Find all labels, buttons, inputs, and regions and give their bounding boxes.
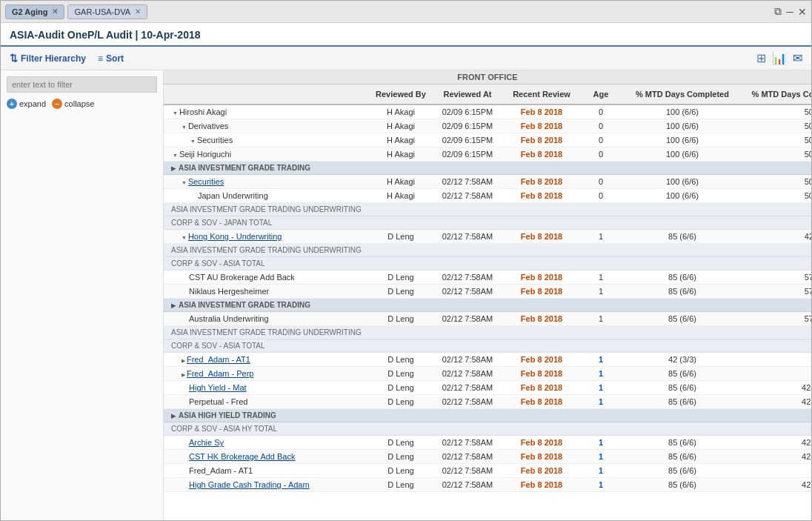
- cell-mtd: 85 (6/6): [623, 367, 742, 380]
- cell-reviewed-by: D Leng: [371, 381, 430, 394]
- tab-bar: G2 Aging ✕ GAR-USA-DVA ✕: [5, 4, 147, 19]
- sub-section-row: CORP & SOV - JAPAN TOTAL: [164, 216, 811, 230]
- sub-section-row: ASIA INVESTMENT GRADE TRADING UNDERWRITI…: [164, 203, 811, 216]
- sort-icon: ≡: [98, 53, 103, 64]
- cell-mtd: 85 (6/6): [623, 450, 742, 463]
- cell-age[interactable]: 1: [579, 367, 623, 380]
- cell-age[interactable]: 1: [579, 395, 623, 408]
- cell-mtd: 100 (6/6): [623, 189, 742, 202]
- cell-recent-review: Feb 8 2018: [505, 395, 579, 408]
- filter-hierarchy-button[interactable]: ⇅ Filter Hierarchy: [10, 53, 86, 64]
- cell-reviewed-at: 02/09 6:15PM: [430, 119, 505, 133]
- tab-garusadva-close[interactable]: ✕: [135, 7, 141, 16]
- col-header-recent-review: Recent Review: [505, 87, 579, 101]
- cell-mtd-ontime: 42 (3/3): [742, 395, 811, 408]
- cell-reviewed-at: 02/09 6:15PM: [430, 105, 505, 119]
- cell-name: Australia Underwriting: [164, 312, 371, 325]
- cell-age[interactable]: 1: [579, 353, 623, 366]
- cell-age: 1: [579, 312, 623, 325]
- cell-name[interactable]: ▶ Fred_Adam - Perp: [164, 367, 371, 380]
- grid-container: FRONT OFFICE Reviewed By Reviewed At Rec…: [164, 70, 811, 492]
- left-panel: + expand − collapse: [1, 70, 164, 520]
- tab-garusadva[interactable]: GAR-USA-DVA ✕: [67, 4, 147, 19]
- table-row: Perpetual - FredD Leng02/12 7:58AMFeb 8 …: [164, 395, 811, 409]
- sub-section-row: CORP & SOV - ASIA TOTAL: [164, 257, 811, 271]
- cell-mtd: 42 (3/3): [623, 353, 742, 366]
- collapse-button[interactable]: − collapse: [52, 99, 94, 109]
- table-row: ▼ SecuritiesH Akagi02/09 6:15PMFeb 8 201…: [164, 133, 811, 147]
- cell-age[interactable]: 1: [579, 381, 623, 394]
- cell-mtd-ontime: 57 4/4: [742, 285, 811, 298]
- tab-g2aging-close[interactable]: ✕: [52, 7, 58, 16]
- expand-button[interactable]: + expand: [7, 99, 46, 109]
- toolbar-right: ⊞ 📊 ✉: [756, 51, 802, 65]
- cell-reviewed-by: D Leng: [371, 312, 430, 325]
- table-row: Fred_Adam - AT1D Leng02/12 7:58AMFeb 8 2…: [164, 464, 811, 478]
- export-excel-icon[interactable]: 📊: [772, 51, 787, 65]
- cell-name[interactable]: ▼ Hong Kong - Underwriting: [164, 230, 371, 243]
- restore-button[interactable]: ⧉: [774, 5, 782, 18]
- col-header-mtd-ontime: % MTD Days Completed On Time: [742, 87, 811, 101]
- cell-name[interactable]: ▶ Fred_Adam - AT1: [164, 353, 371, 366]
- cell-name: ▼ Securities: [164, 133, 371, 147]
- cell-age[interactable]: 1: [579, 464, 623, 477]
- minimize-button[interactable]: ─: [786, 6, 793, 18]
- cell-name[interactable]: Archie Sy: [164, 436, 371, 449]
- col-header-name: [164, 87, 371, 101]
- cell-reviewed-at: 02/12 7:58AM: [430, 478, 505, 491]
- cell-name: CST AU Brokerage Add Back: [164, 271, 371, 284]
- col-header-reviewed-at: Reviewed At: [430, 87, 505, 101]
- export-grid-icon[interactable]: ⊞: [756, 51, 766, 65]
- sort-button[interactable]: ≡ Sort: [98, 53, 124, 64]
- cell-name[interactable]: High Grade Cash Trading - Adam: [164, 478, 371, 491]
- filter-input[interactable]: [7, 76, 157, 93]
- cell-mtd-ontime: 50 3/3: [742, 119, 811, 133]
- cell-reviewed-by: D Leng: [371, 353, 430, 366]
- cell-name: Japan Underwriting: [164, 189, 371, 202]
- cell-age[interactable]: 1: [579, 436, 623, 449]
- page-title: ASIA-Audit OneP/L Audit | 10-Apr-2018: [10, 29, 201, 41]
- cell-age[interactable]: 1: [579, 478, 623, 491]
- column-headers: Reviewed By Reviewed At Recent Review Ag…: [164, 84, 811, 105]
- cell-reviewed-by: H Akagi: [371, 119, 430, 133]
- cell-mtd-ontime: 50 3/3: [742, 133, 811, 147]
- cell-name[interactable]: High Yield - Mat: [164, 381, 371, 394]
- cell-reviewed-by: H Akagi: [371, 147, 430, 161]
- close-button[interactable]: ✕: [798, 6, 807, 18]
- cell-mtd: 85 (6/6): [623, 312, 742, 325]
- cell-recent-review: Feb 8 2018: [505, 478, 579, 491]
- cell-reviewed-by: H Akagi: [371, 105, 430, 119]
- cell-mtd: 100 (6/6): [623, 119, 742, 133]
- cell-reviewed-at: 02/12 7:58AM: [430, 189, 505, 202]
- cell-reviewed-at: 02/12 7:58AM: [430, 464, 505, 477]
- cell-reviewed-at: 02/12 7:58AM: [430, 381, 505, 394]
- grid-area: FRONT OFFICE Reviewed By Reviewed At Rec…: [164, 70, 811, 520]
- cell-age: 0: [579, 119, 623, 133]
- cell-age: 0: [579, 189, 623, 202]
- cell-age[interactable]: 1: [579, 450, 623, 463]
- cell-name[interactable]: CST HK Brokerage Add Back: [164, 450, 371, 463]
- cell-name: Fred_Adam - AT1: [164, 464, 371, 477]
- cell-mtd: 85 (6/6): [623, 381, 742, 394]
- cell-age: 0: [579, 175, 623, 188]
- cell-mtd: 100 (6/6): [623, 175, 742, 188]
- cell-mtd-ontime: 57 4/4: [742, 312, 811, 325]
- cell-recent-review: Feb 8 2018: [505, 271, 579, 284]
- cell-recent-review: Feb 8 2018: [505, 353, 579, 366]
- cell-reviewed-by: D Leng: [371, 271, 430, 284]
- sub-section-row: CORP & SOV - ASIA TOTAL: [164, 339, 811, 353]
- cell-mtd-ontime: 50 3/3: [742, 189, 811, 202]
- cell-name[interactable]: ▼ Securities: [164, 175, 371, 188]
- cell-reviewed-at: 02/09 6:15PM: [430, 133, 505, 147]
- email-icon[interactable]: ✉: [793, 51, 802, 65]
- section-label-row: ▶ASIA HIGH YIELD TRADING: [164, 409, 811, 422]
- cell-reviewed-by: D Leng: [371, 285, 430, 298]
- cell-reviewed-by: D Leng: [371, 436, 430, 449]
- cell-age: 0: [579, 147, 623, 161]
- cell-reviewed-by: D Leng: [371, 478, 430, 491]
- cell-recent-review: Feb 8 2018: [505, 119, 579, 133]
- cell-reviewed-by: D Leng: [371, 367, 430, 380]
- cell-reviewed-at: 02/12 7:58AM: [430, 271, 505, 284]
- cell-reviewed-at: 02/12 7:58AM: [430, 285, 505, 298]
- tab-g2aging[interactable]: G2 Aging ✕: [5, 4, 64, 19]
